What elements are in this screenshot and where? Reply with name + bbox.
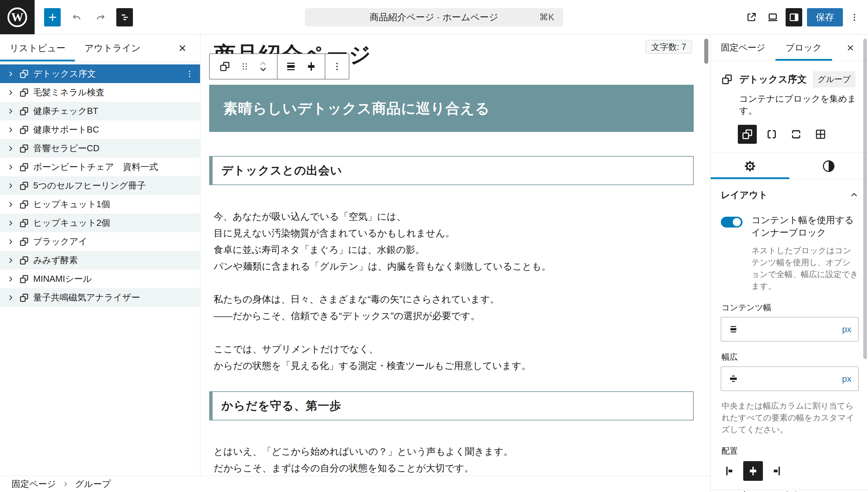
list-view-block-row[interactable]: ヒップキュット2個 bbox=[0, 214, 200, 232]
wordpress-logo[interactable]: W bbox=[0, 0, 35, 34]
variation-grid-button[interactable] bbox=[811, 125, 830, 144]
list-view-block-row[interactable]: ボーンビートチェア 資料一式 bbox=[0, 158, 200, 176]
block-row-label: 毛髪ミネラル検査 bbox=[33, 86, 104, 98]
list-view-block-row[interactable]: 音響セラピーCD bbox=[0, 139, 200, 158]
justify-left-button[interactable] bbox=[721, 461, 741, 481]
group-block-icon bbox=[19, 125, 29, 135]
paragraph-block[interactable]: 今、あなたが吸い込んでいる「空気」には、 目に見えない汚染物質が含まれているかも… bbox=[214, 208, 695, 275]
tab-page[interactable]: 固定ページ bbox=[711, 35, 775, 61]
block-row-label: 健康チェックBT bbox=[33, 105, 98, 117]
close-list-view-button[interactable] bbox=[174, 40, 191, 56]
expander-chevron-icon[interactable] bbox=[5, 275, 16, 283]
wide-width-unit[interactable]: px bbox=[842, 374, 851, 384]
group-block-icon bbox=[19, 87, 29, 98]
section-heading-block[interactable]: デトックスとの出会い bbox=[209, 156, 694, 185]
expander-chevron-icon[interactable] bbox=[5, 163, 16, 171]
group-block-icon bbox=[19, 162, 29, 172]
expander-chevron-icon[interactable] bbox=[5, 145, 16, 152]
expander-chevron-icon[interactable] bbox=[5, 219, 16, 227]
canvas-scrollbar[interactable] bbox=[704, 39, 708, 64]
close-settings-button[interactable] bbox=[843, 40, 858, 55]
list-view-block-row[interactable]: 健康サポートBC bbox=[0, 120, 200, 139]
breadcrumb-page[interactable]: 固定ページ bbox=[12, 478, 56, 490]
expander-chevron-icon[interactable] bbox=[5, 257, 16, 264]
block-spacing-label: [C] ブロック下余白 bbox=[721, 490, 801, 492]
editor-top-bar: W 商品紹介ページ · ホームページ ⌘K 保 bbox=[0, 0, 868, 35]
paragraph-line: 私たちの身体は、日々、さまざまな“毒の矢”にさらされています。 bbox=[214, 291, 695, 308]
options-menu-button[interactable] bbox=[848, 8, 861, 26]
sidebar-scrollbar[interactable] bbox=[863, 39, 867, 359]
move-down-icon[interactable] bbox=[259, 67, 268, 72]
list-view-block-row[interactable]: ブラックアイ bbox=[0, 232, 200, 251]
justify-center-button[interactable] bbox=[743, 461, 763, 481]
expander-chevron-icon[interactable] bbox=[5, 107, 16, 115]
document-overview-button[interactable] bbox=[116, 8, 133, 26]
variation-row-button[interactable] bbox=[762, 125, 781, 144]
expander-chevron-icon[interactable] bbox=[5, 238, 16, 245]
tab-settings[interactable] bbox=[711, 153, 789, 179]
toggle-label: コンテント幅を使用するインナーブロック bbox=[751, 214, 859, 239]
group-block-icon bbox=[19, 237, 29, 247]
view-site-button[interactable] bbox=[743, 8, 760, 26]
settings-sidebar: 固定ページ ブロック デトックス序文 グループ コンテナにブロックを集めます。 bbox=[710, 35, 868, 492]
tab-block[interactable]: ブロック bbox=[775, 35, 832, 61]
drag-handle[interactable] bbox=[240, 62, 249, 71]
editor-middle-region: リストビュー アウトライン bbox=[0, 35, 710, 476]
justify-right-button[interactable] bbox=[766, 461, 785, 481]
list-view-block-row[interactable]: 量子共鳴磁気アナライザー bbox=[0, 288, 200, 307]
group-block-icon bbox=[721, 73, 733, 85]
banner-heading-block[interactable]: 素晴らしいデトックス商品に巡り合える bbox=[209, 85, 694, 132]
layout-panel-header[interactable]: レイアウト bbox=[721, 189, 859, 201]
variation-stack-button[interactable] bbox=[787, 125, 806, 144]
expander-chevron-icon[interactable] bbox=[5, 294, 16, 301]
tab-outline[interactable]: アウトライン bbox=[75, 35, 150, 61]
list-view-block-row[interactable]: 毛髪ミネラル検査 bbox=[0, 83, 200, 102]
list-view-block-row[interactable]: デトックス序文 bbox=[0, 64, 200, 83]
group-block-type-button[interactable] bbox=[219, 61, 231, 72]
block-toolbar bbox=[209, 54, 349, 79]
align-button[interactable] bbox=[284, 60, 297, 73]
move-up-icon[interactable] bbox=[259, 61, 268, 66]
block-spacing-panel-toggle[interactable]: [C] ブロック下余白 bbox=[711, 490, 868, 492]
undo-button[interactable] bbox=[68, 8, 85, 26]
group-block-icon bbox=[19, 293, 29, 303]
block-row-options-icon[interactable] bbox=[185, 70, 194, 78]
list-view-block-row[interactable]: ヒップキュット1個 bbox=[0, 195, 200, 214]
settings-sidebar-toggle[interactable] bbox=[786, 8, 802, 26]
expander-chevron-icon[interactable] bbox=[5, 89, 16, 96]
content-width-toggle[interactable] bbox=[721, 217, 743, 228]
variation-group-button[interactable] bbox=[738, 125, 757, 144]
expander-chevron-icon[interactable] bbox=[5, 201, 16, 208]
section-heading-block[interactable]: からだを守る、第一歩 bbox=[209, 391, 694, 420]
layout-panel: レイアウト コンテント幅を使用するインナーブロック ネストしたブロックはコンテン… bbox=[711, 179, 868, 490]
expander-chevron-icon[interactable] bbox=[5, 70, 16, 78]
editor-canvas[interactable]: 文字数: 7 商品紹介ページ bbox=[200, 35, 710, 476]
paragraph-block[interactable]: 私たちの身体は、日々、さまざまな“毒の矢”にさらされています。 ——だからこそ、… bbox=[214, 291, 695, 324]
content-width-unit[interactable]: px bbox=[842, 324, 851, 335]
list-view-block-row[interactable]: 5つのセルフヒーリング冊子 bbox=[0, 176, 200, 195]
block-options-button[interactable] bbox=[332, 61, 342, 72]
command-center[interactable]: 商品紹介ページ · ホームページ ⌘K bbox=[305, 8, 563, 26]
layout-panel-title: レイアウト bbox=[721, 189, 768, 201]
list-view-block-row[interactable]: MINAMIシール bbox=[0, 270, 200, 288]
content-width-input[interactable] bbox=[744, 324, 837, 335]
paragraph-block[interactable]: ここでは、サプリメントだけでなく、 からだの状態を「見える化」する測定・検査ツー… bbox=[214, 341, 695, 374]
save-button[interactable]: 保存 bbox=[807, 8, 843, 26]
tab-styles[interactable] bbox=[789, 153, 868, 179]
list-view-block-row[interactable]: みみず酵素 bbox=[0, 251, 200, 270]
wordpress-block-editor: W 商品紹介ページ · ホームページ ⌘K 保 bbox=[0, 0, 868, 492]
redo-button[interactable] bbox=[92, 8, 109, 26]
breadcrumb-group[interactable]: グループ bbox=[75, 478, 111, 490]
preview-button[interactable] bbox=[764, 8, 781, 26]
wide-width-input[interactable] bbox=[744, 374, 837, 384]
block-name: デトックス序文 bbox=[739, 73, 807, 86]
expander-chevron-icon[interactable] bbox=[5, 182, 16, 190]
list-view-block-row[interactable]: 健康チェックBT bbox=[0, 102, 200, 120]
justify-center-button[interactable] bbox=[305, 60, 318, 73]
block-inserter-button[interactable] bbox=[44, 8, 61, 26]
block-row-label: 音響セラピーCD bbox=[33, 142, 99, 154]
paragraph-line: ——だからこそ、信頼できる“デトックス”の選択が必要です。 bbox=[214, 308, 695, 324]
expander-chevron-icon[interactable] bbox=[5, 126, 16, 134]
tab-list-view[interactable]: リストビュー bbox=[0, 35, 75, 61]
paragraph-block[interactable]: とはいえ、「どこから始めればいいの？」という声もよく聞きます。 だからこそ、まず… bbox=[214, 443, 695, 476]
